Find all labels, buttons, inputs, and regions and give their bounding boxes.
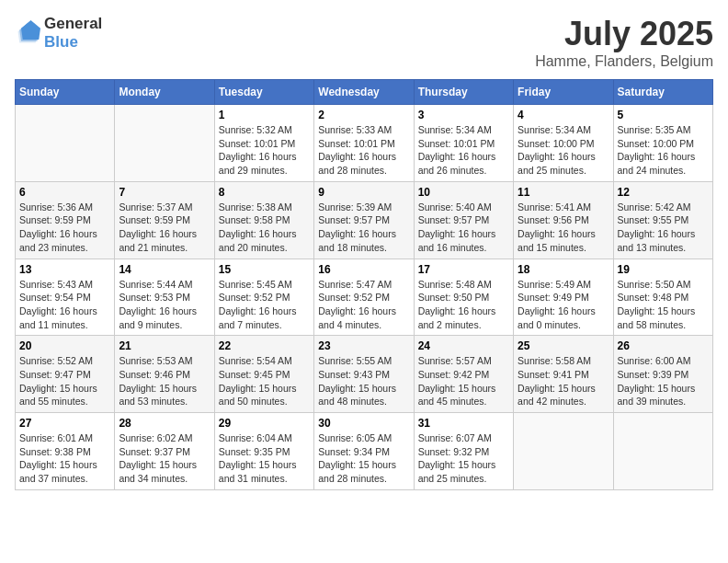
day-number: 17 <box>418 263 509 276</box>
week-row-4: 20Sunrise: 5:52 AM Sunset: 9:47 PM Dayli… <box>16 336 713 413</box>
day-number: 26 <box>618 339 709 352</box>
day-details: Sunrise: 5:37 AM Sunset: 9:59 PM Dayligh… <box>119 201 210 255</box>
title-block: July 2025 Hamme, Flanders, Belgium <box>535 15 713 70</box>
day-cell <box>613 413 712 490</box>
day-cell <box>16 105 115 182</box>
day-details: Sunrise: 5:34 AM Sunset: 10:01 PM Daylig… <box>418 123 509 178</box>
day-details: Sunrise: 5:41 AM Sunset: 9:56 PM Dayligh… <box>518 201 609 255</box>
day-cell <box>115 105 214 182</box>
day-number: 21 <box>119 339 210 352</box>
col-header-thursday: Thursday <box>414 80 513 105</box>
day-details: Sunrise: 5:57 AM Sunset: 9:42 PM Dayligh… <box>418 354 509 408</box>
day-details: Sunrise: 6:05 AM Sunset: 9:34 PM Dayligh… <box>318 431 409 486</box>
day-number: 29 <box>219 417 310 430</box>
day-details: Sunrise: 5:54 AM Sunset: 9:45 PM Dayligh… <box>219 354 310 408</box>
day-cell: 7Sunrise: 5:37 AM Sunset: 9:59 PM Daylig… <box>115 181 214 259</box>
day-number: 6 <box>19 186 110 199</box>
day-number: 19 <box>618 263 709 276</box>
day-cell: 9Sunrise: 5:39 AM Sunset: 9:57 PM Daylig… <box>314 181 414 259</box>
subtitle: Hamme, Flanders, Belgium <box>535 53 713 70</box>
day-cell: 29Sunrise: 6:04 AM Sunset: 9:35 PM Dayli… <box>214 413 313 490</box>
col-header-sunday: Sunday <box>16 80 115 105</box>
day-cell <box>514 413 613 490</box>
day-cell: 8Sunrise: 5:38 AM Sunset: 9:58 PM Daylig… <box>214 181 313 259</box>
day-number: 31 <box>418 417 509 430</box>
day-details: Sunrise: 5:34 AM Sunset: 10:00 PM Daylig… <box>518 123 609 178</box>
day-details: Sunrise: 5:39 AM Sunset: 9:57 PM Dayligh… <box>318 201 409 255</box>
day-cell: 30Sunrise: 6:05 AM Sunset: 9:34 PM Dayli… <box>314 413 414 490</box>
main-title: July 2025 <box>535 15 713 53</box>
col-header-wednesday: Wednesday <box>314 80 414 105</box>
week-row-3: 13Sunrise: 5:43 AM Sunset: 9:54 PM Dayli… <box>16 259 713 336</box>
day-details: Sunrise: 5:36 AM Sunset: 9:59 PM Dayligh… <box>19 201 110 255</box>
day-details: Sunrise: 6:01 AM Sunset: 9:38 PM Dayligh… <box>19 431 110 486</box>
day-details: Sunrise: 6:02 AM Sunset: 9:37 PM Dayligh… <box>119 431 210 486</box>
day-cell: 20Sunrise: 5:52 AM Sunset: 9:47 PM Dayli… <box>16 336 115 413</box>
day-details: Sunrise: 5:32 AM Sunset: 10:01 PM Daylig… <box>219 123 310 178</box>
day-details: Sunrise: 5:42 AM Sunset: 9:55 PM Dayligh… <box>618 201 709 255</box>
day-number: 28 <box>119 417 210 430</box>
day-cell: 24Sunrise: 5:57 AM Sunset: 9:42 PM Dayli… <box>414 336 513 413</box>
week-row-2: 6Sunrise: 5:36 AM Sunset: 9:59 PM Daylig… <box>16 181 713 259</box>
logo-icon <box>15 20 40 46</box>
day-cell: 11Sunrise: 5:41 AM Sunset: 9:56 PM Dayli… <box>514 181 613 259</box>
day-number: 3 <box>418 109 509 121</box>
day-details: Sunrise: 5:48 AM Sunset: 9:50 PM Dayligh… <box>418 278 509 332</box>
day-number: 7 <box>119 186 210 199</box>
day-number: 12 <box>618 186 709 199</box>
header-row: SundayMondayTuesdayWednesdayThursdayFrid… <box>16 80 713 105</box>
page-header: General Blue July 2025 Hamme, Flanders, … <box>15 15 713 70</box>
day-details: Sunrise: 5:58 AM Sunset: 9:41 PM Dayligh… <box>518 354 609 408</box>
day-number: 30 <box>318 417 409 430</box>
day-details: Sunrise: 6:04 AM Sunset: 9:35 PM Dayligh… <box>219 431 310 486</box>
day-cell: 16Sunrise: 5:47 AM Sunset: 9:52 PM Dayli… <box>314 259 414 336</box>
day-cell: 23Sunrise: 5:55 AM Sunset: 9:43 PM Dayli… <box>314 336 414 413</box>
day-cell: 3Sunrise: 5:34 AM Sunset: 10:01 PM Dayli… <box>414 105 513 182</box>
day-number: 11 <box>518 186 609 199</box>
week-row-1: 1Sunrise: 5:32 AM Sunset: 10:01 PM Dayli… <box>16 105 713 182</box>
day-details: Sunrise: 5:33 AM Sunset: 10:01 PM Daylig… <box>318 123 409 178</box>
day-details: Sunrise: 5:45 AM Sunset: 9:52 PM Dayligh… <box>219 278 310 332</box>
day-number: 27 <box>19 417 110 430</box>
col-header-monday: Monday <box>115 80 214 105</box>
day-number: 4 <box>518 109 609 121</box>
day-cell: 27Sunrise: 6:01 AM Sunset: 9:38 PM Dayli… <box>16 413 115 490</box>
day-number: 1 <box>219 109 310 121</box>
day-cell: 12Sunrise: 5:42 AM Sunset: 9:55 PM Dayli… <box>613 181 712 259</box>
day-cell: 18Sunrise: 5:49 AM Sunset: 9:49 PM Dayli… <box>514 259 613 336</box>
day-cell: 21Sunrise: 5:53 AM Sunset: 9:46 PM Dayli… <box>115 336 214 413</box>
day-cell: 10Sunrise: 5:40 AM Sunset: 9:57 PM Dayli… <box>414 181 513 259</box>
day-number: 24 <box>418 339 509 352</box>
col-header-saturday: Saturday <box>613 80 712 105</box>
day-cell: 6Sunrise: 5:36 AM Sunset: 9:59 PM Daylig… <box>16 181 115 259</box>
day-cell: 1Sunrise: 5:32 AM Sunset: 10:01 PM Dayli… <box>214 105 313 182</box>
day-number: 20 <box>19 339 110 352</box>
day-number: 22 <box>219 339 310 352</box>
day-number: 15 <box>219 263 310 276</box>
day-number: 8 <box>219 186 310 199</box>
calendar-table: SundayMondayTuesdayWednesdayThursdayFrid… <box>15 79 713 490</box>
day-number: 23 <box>318 339 409 352</box>
day-details: Sunrise: 6:07 AM Sunset: 9:32 PM Dayligh… <box>418 431 509 486</box>
day-details: Sunrise: 5:49 AM Sunset: 9:49 PM Dayligh… <box>518 278 609 332</box>
day-number: 16 <box>318 263 409 276</box>
col-header-tuesday: Tuesday <box>214 80 313 105</box>
day-cell: 14Sunrise: 5:44 AM Sunset: 9:53 PM Dayli… <box>115 259 214 336</box>
day-details: Sunrise: 5:50 AM Sunset: 9:48 PM Dayligh… <box>618 278 709 332</box>
logo: General Blue <box>15 15 102 52</box>
day-number: 13 <box>19 263 110 276</box>
day-number: 14 <box>119 263 210 276</box>
day-cell: 25Sunrise: 5:58 AM Sunset: 9:41 PM Dayli… <box>514 336 613 413</box>
day-details: Sunrise: 5:47 AM Sunset: 9:52 PM Dayligh… <box>318 278 409 332</box>
day-details: Sunrise: 5:38 AM Sunset: 9:58 PM Dayligh… <box>219 201 310 255</box>
day-details: Sunrise: 5:40 AM Sunset: 9:57 PM Dayligh… <box>418 201 509 255</box>
day-cell: 28Sunrise: 6:02 AM Sunset: 9:37 PM Dayli… <box>115 413 214 490</box>
day-details: Sunrise: 5:44 AM Sunset: 9:53 PM Dayligh… <box>119 278 210 332</box>
day-number: 2 <box>318 109 409 121</box>
day-number: 18 <box>518 263 609 276</box>
day-details: Sunrise: 5:52 AM Sunset: 9:47 PM Dayligh… <box>19 354 110 408</box>
day-details: Sunrise: 5:35 AM Sunset: 10:00 PM Daylig… <box>618 123 709 178</box>
day-cell: 17Sunrise: 5:48 AM Sunset: 9:50 PM Dayli… <box>414 259 513 336</box>
day-details: Sunrise: 6:00 AM Sunset: 9:39 PM Dayligh… <box>618 354 709 408</box>
day-cell: 31Sunrise: 6:07 AM Sunset: 9:32 PM Dayli… <box>414 413 513 490</box>
